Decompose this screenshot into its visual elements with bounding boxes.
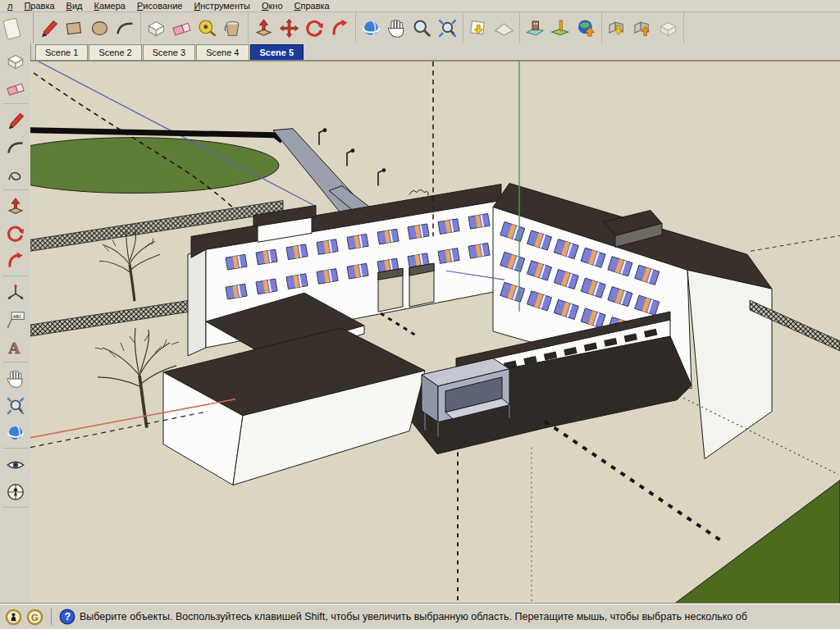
cropped-icon <box>2 17 21 39</box>
google-earth-icon <box>575 17 597 39</box>
follow-me-icon <box>329 17 351 39</box>
palette-axes-button[interactable] <box>3 279 28 306</box>
palette-zoom-extents-button[interactable] <box>3 392 28 419</box>
push-pull-icon <box>253 17 275 39</box>
palette-follow-me-button[interactable] <box>3 247 28 274</box>
menu-item-5[interactable]: Инструменты <box>188 1 256 11</box>
toolbar-edge-stub <box>0 12 34 43</box>
axes-icon <box>5 282 26 303</box>
scene-tabs-bar: Scene 1Scene 2Scene 3Scene 4Scene 5 <box>30 43 840 61</box>
paint-bucket-icon <box>221 17 244 39</box>
zoom-icon <box>411 17 433 39</box>
rotate-icon <box>5 223 26 244</box>
menu-item-6[interactable]: Окно <box>256 1 289 11</box>
status-separator <box>51 608 52 625</box>
send-to-layout-button[interactable] <box>655 16 681 41</box>
palette-freehand-button[interactable] <box>3 161 28 188</box>
text-tool-icon: ABC <box>5 309 26 330</box>
eraser-button[interactable] <box>169 16 194 41</box>
3d-scene <box>30 62 840 604</box>
paint-bucket-button[interactable] <box>220 16 245 41</box>
model-pin-button[interactable] <box>548 16 573 41</box>
help-icon[interactable]: ? <box>59 608 75 625</box>
share-model-button[interactable] <box>630 16 655 41</box>
line-tool-icon <box>38 17 60 39</box>
g-badge-icon[interactable]: G <box>26 608 43 626</box>
circle-tool-button[interactable] <box>87 16 112 41</box>
get-models-icon <box>606 17 628 39</box>
menu-item-0[interactable]: л <box>2 1 18 11</box>
rotate-icon <box>304 17 326 39</box>
orbit-button[interactable] <box>358 16 384 41</box>
palette-position-camera-button[interactable] <box>3 478 28 505</box>
palette-pan-button[interactable] <box>3 365 28 392</box>
palette-rotate-button[interactable] <box>3 220 28 247</box>
svg-text:A: A <box>8 339 20 356</box>
palette-look-around-button[interactable] <box>3 451 28 478</box>
tab-scene-2[interactable]: Scene 2 <box>89 44 141 60</box>
eraser-icon <box>171 17 193 39</box>
photo-textures-button[interactable] <box>523 16 548 41</box>
circle-tool-icon <box>89 17 111 39</box>
toolbar-groups <box>34 12 684 43</box>
push-pull-icon <box>5 196 26 217</box>
google-earth-button[interactable] <box>573 16 599 41</box>
svg-text:G: G <box>31 612 39 622</box>
position-camera-icon <box>5 481 26 503</box>
orbit-icon <box>360 17 382 39</box>
rectangle-tool-button[interactable] <box>62 16 87 41</box>
status-bar: G ? Выберите объекты. Воспользуйтесь кла… <box>0 604 840 629</box>
arc-tool-icon <box>114 17 136 39</box>
palette-eraser-button[interactable] <box>3 75 28 102</box>
palette-text-tool-button[interactable]: ABC <box>3 306 28 333</box>
person-badge-icon[interactable] <box>5 608 22 626</box>
add-location-button[interactable] <box>466 16 491 41</box>
status-badges: G <box>5 608 43 626</box>
toggle-terrain-button[interactable] <box>491 16 517 41</box>
tab-scene-3[interactable]: Scene 3 <box>143 44 195 60</box>
arc-tool-button[interactable] <box>112 16 138 41</box>
send-to-layout-icon <box>657 17 679 39</box>
tab-scene-1[interactable]: Scene 1 <box>35 44 88 60</box>
palette-make-component-button[interactable] <box>3 48 28 75</box>
palette-line-tool-button[interactable] <box>3 107 28 134</box>
menu-item-3[interactable]: Камера <box>89 1 131 11</box>
main-toolbar <box>0 12 840 44</box>
zoom-button[interactable] <box>409 16 435 41</box>
palette-push-pull-button[interactable] <box>3 193 28 220</box>
tool-palette: ABCA <box>0 43 31 604</box>
model-viewport[interactable] <box>30 61 840 604</box>
rotate-button[interactable] <box>302 16 327 41</box>
pan-icon <box>386 17 408 39</box>
tab-scene-5[interactable]: Scene 5 <box>250 44 304 60</box>
make-component-icon <box>145 17 167 39</box>
toggle-terrain-icon <box>493 17 515 39</box>
get-models-button[interactable] <box>605 16 630 41</box>
arc-tool-icon <box>5 137 26 158</box>
palette-3d-text-button[interactable]: A <box>3 333 28 360</box>
push-pull-button[interactable] <box>251 16 276 41</box>
palette-arc-tool-button[interactable] <box>3 134 28 161</box>
zoom-extents-button[interactable] <box>435 16 460 41</box>
menu-item-2[interactable]: Вид <box>61 1 89 11</box>
eraser-icon <box>5 78 26 99</box>
pan-icon <box>5 368 26 390</box>
menu-item-1[interactable]: Правка <box>18 1 60 11</box>
follow-me-button[interactable] <box>327 16 353 41</box>
look-around-icon <box>5 454 26 476</box>
orbit-icon <box>5 422 26 444</box>
follow-me-icon <box>5 250 26 271</box>
line-tool-icon <box>5 110 26 131</box>
tape-measure-icon <box>196 17 218 39</box>
palette-orbit-button[interactable] <box>3 419 28 446</box>
tab-scene-4[interactable]: Scene 4 <box>196 44 249 60</box>
make-component-button[interactable] <box>144 16 169 41</box>
menu-item-4[interactable]: Рисование <box>131 1 188 11</box>
add-location-icon <box>468 17 490 39</box>
tape-measure-button[interactable] <box>194 16 220 41</box>
line-tool-button[interactable] <box>36 16 62 41</box>
pan-button[interactable] <box>384 16 409 41</box>
menu-item-7[interactable]: Справка <box>289 1 336 11</box>
move-button[interactable] <box>276 16 302 41</box>
rectangle-tool-icon <box>63 17 85 39</box>
